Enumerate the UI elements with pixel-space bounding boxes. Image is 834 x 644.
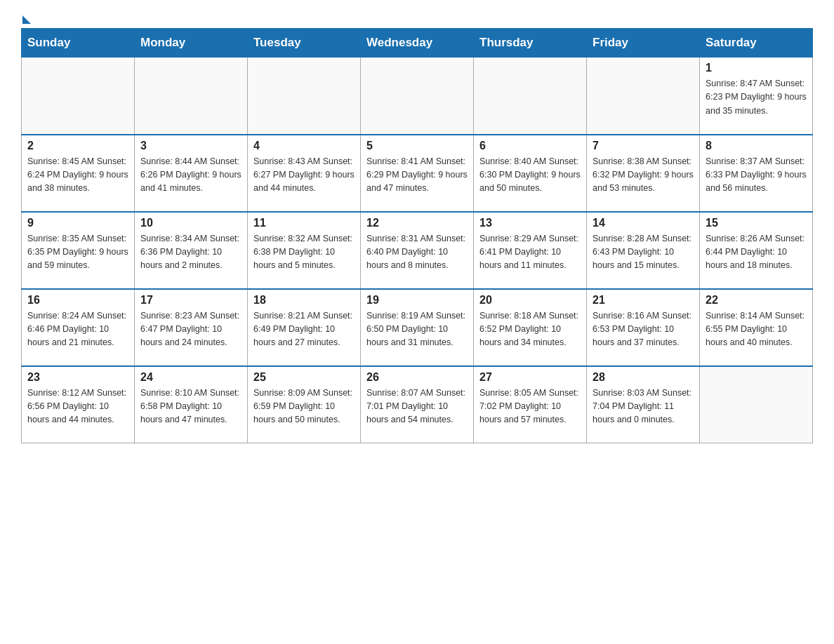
day-number: 25 (253, 371, 355, 384)
day-number: 20 (479, 294, 581, 307)
calendar-week-1: 1Sunrise: 8:47 AM Sunset: 6:23 PM Daylig… (22, 58, 813, 135)
calendar-cell: 4Sunrise: 8:43 AM Sunset: 6:27 PM Daylig… (248, 135, 361, 212)
day-number: 23 (27, 371, 128, 384)
calendar-cell (700, 366, 813, 443)
calendar-cell (361, 58, 474, 135)
calendar-cell (474, 58, 587, 135)
day-number: 8 (706, 140, 807, 152)
day-number: 24 (140, 371, 241, 384)
day-info: Sunrise: 8:29 AM Sunset: 6:41 PM Dayligh… (479, 232, 581, 273)
weekday-header-monday: Monday (135, 29, 248, 58)
day-info: Sunrise: 8:37 AM Sunset: 6:33 PM Dayligh… (706, 155, 807, 196)
day-number: 26 (366, 371, 468, 384)
day-info: Sunrise: 8:23 AM Sunset: 6:47 PM Dayligh… (140, 309, 241, 350)
calendar-cell (587, 58, 700, 135)
calendar-cell: 23Sunrise: 8:12 AM Sunset: 6:56 PM Dayli… (22, 366, 135, 443)
day-number: 5 (366, 140, 468, 152)
day-info: Sunrise: 8:47 AM Sunset: 6:23 PM Dayligh… (706, 77, 807, 118)
calendar-cell: 9Sunrise: 8:35 AM Sunset: 6:35 PM Daylig… (22, 212, 135, 289)
calendar-cell: 28Sunrise: 8:03 AM Sunset: 7:04 PM Dayli… (587, 366, 700, 443)
calendar-cell: 20Sunrise: 8:18 AM Sunset: 6:52 PM Dayli… (474, 289, 587, 366)
calendar-cell: 5Sunrise: 8:41 AM Sunset: 6:29 PM Daylig… (361, 135, 474, 212)
day-info: Sunrise: 8:24 AM Sunset: 6:46 PM Dayligh… (27, 309, 128, 350)
calendar-header-row: SundayMondayTuesdayWednesdayThursdayFrid… (22, 29, 813, 58)
calendar-cell: 21Sunrise: 8:16 AM Sunset: 6:53 PM Dayli… (587, 289, 700, 366)
logo-triangle-icon (22, 15, 31, 24)
calendar-cell: 26Sunrise: 8:07 AM Sunset: 7:01 PM Dayli… (361, 366, 474, 443)
day-number: 15 (706, 217, 807, 229)
calendar-cell: 3Sunrise: 8:44 AM Sunset: 6:26 PM Daylig… (135, 135, 248, 212)
calendar-week-2: 2Sunrise: 8:45 AM Sunset: 6:24 PM Daylig… (22, 135, 813, 212)
weekday-header-saturday: Saturday (700, 29, 813, 58)
day-info: Sunrise: 8:32 AM Sunset: 6:38 PM Dayligh… (253, 232, 355, 273)
day-info: Sunrise: 8:31 AM Sunset: 6:40 PM Dayligh… (366, 232, 468, 273)
day-number: 22 (706, 294, 807, 307)
day-number: 14 (593, 217, 694, 229)
day-number: 4 (253, 140, 355, 152)
day-info: Sunrise: 8:21 AM Sunset: 6:49 PM Dayligh… (253, 309, 355, 350)
day-info: Sunrise: 8:16 AM Sunset: 6:53 PM Dayligh… (593, 309, 694, 350)
day-info: Sunrise: 8:34 AM Sunset: 6:36 PM Dayligh… (140, 232, 241, 273)
calendar-week-5: 23Sunrise: 8:12 AM Sunset: 6:56 PM Dayli… (22, 366, 813, 443)
calendar-cell: 11Sunrise: 8:32 AM Sunset: 6:38 PM Dayli… (248, 212, 361, 289)
calendar-table: SundayMondayTuesdayWednesdayThursdayFrid… (21, 28, 813, 443)
day-number: 1 (706, 62, 807, 74)
day-info: Sunrise: 8:35 AM Sunset: 6:35 PM Dayligh… (27, 232, 128, 273)
day-info: Sunrise: 8:03 AM Sunset: 7:04 PM Dayligh… (593, 387, 694, 427)
calendar-cell: 13Sunrise: 8:29 AM Sunset: 6:41 PM Dayli… (474, 212, 587, 289)
day-info: Sunrise: 8:05 AM Sunset: 7:02 PM Dayligh… (479, 387, 581, 427)
day-info: Sunrise: 8:12 AM Sunset: 6:56 PM Dayligh… (27, 387, 128, 427)
day-info: Sunrise: 8:10 AM Sunset: 6:58 PM Dayligh… (140, 387, 241, 427)
day-number: 19 (366, 294, 468, 307)
calendar-cell: 1Sunrise: 8:47 AM Sunset: 6:23 PM Daylig… (700, 58, 813, 135)
day-number: 9 (27, 217, 128, 229)
page-header (21, 14, 813, 21)
day-number: 10 (140, 217, 241, 229)
day-info: Sunrise: 8:41 AM Sunset: 6:29 PM Dayligh… (366, 155, 468, 196)
calendar-cell: 14Sunrise: 8:28 AM Sunset: 6:43 PM Dayli… (587, 212, 700, 289)
calendar-cell (248, 58, 361, 135)
day-info: Sunrise: 8:07 AM Sunset: 7:01 PM Dayligh… (366, 387, 468, 427)
calendar-cell: 25Sunrise: 8:09 AM Sunset: 6:59 PM Dayli… (248, 366, 361, 443)
calendar-cell (135, 58, 248, 135)
calendar-cell: 10Sunrise: 8:34 AM Sunset: 6:36 PM Dayli… (135, 212, 248, 289)
calendar-cell: 19Sunrise: 8:19 AM Sunset: 6:50 PM Dayli… (361, 289, 474, 366)
day-number: 12 (366, 217, 468, 229)
calendar-cell: 24Sunrise: 8:10 AM Sunset: 6:58 PM Dayli… (135, 366, 248, 443)
day-info: Sunrise: 8:14 AM Sunset: 6:55 PM Dayligh… (706, 309, 807, 350)
day-info: Sunrise: 8:09 AM Sunset: 6:59 PM Dayligh… (253, 387, 355, 427)
day-info: Sunrise: 8:19 AM Sunset: 6:50 PM Dayligh… (366, 309, 468, 350)
weekday-header-wednesday: Wednesday (361, 29, 474, 58)
day-number: 7 (593, 140, 694, 152)
day-info: Sunrise: 8:18 AM Sunset: 6:52 PM Dayligh… (479, 309, 581, 350)
day-info: Sunrise: 8:43 AM Sunset: 6:27 PM Dayligh… (253, 155, 355, 196)
day-info: Sunrise: 8:38 AM Sunset: 6:32 PM Dayligh… (593, 155, 694, 196)
day-number: 13 (479, 217, 581, 229)
calendar-cell: 8Sunrise: 8:37 AM Sunset: 6:33 PM Daylig… (700, 135, 813, 212)
calendar-cell: 27Sunrise: 8:05 AM Sunset: 7:02 PM Dayli… (474, 366, 587, 443)
calendar-cell: 7Sunrise: 8:38 AM Sunset: 6:32 PM Daylig… (587, 135, 700, 212)
day-number: 11 (253, 217, 355, 229)
day-number: 3 (140, 140, 241, 152)
calendar-cell: 16Sunrise: 8:24 AM Sunset: 6:46 PM Dayli… (22, 289, 135, 366)
calendar-cell: 2Sunrise: 8:45 AM Sunset: 6:24 PM Daylig… (22, 135, 135, 212)
calendar-cell (22, 58, 135, 135)
day-info: Sunrise: 8:40 AM Sunset: 6:30 PM Dayligh… (479, 155, 581, 196)
calendar-cell: 18Sunrise: 8:21 AM Sunset: 6:49 PM Dayli… (248, 289, 361, 366)
calendar-cell: 6Sunrise: 8:40 AM Sunset: 6:30 PM Daylig… (474, 135, 587, 212)
day-info: Sunrise: 8:45 AM Sunset: 6:24 PM Dayligh… (27, 155, 128, 196)
weekday-header-sunday: Sunday (22, 29, 135, 58)
weekday-header-friday: Friday (587, 29, 700, 58)
calendar-cell: 12Sunrise: 8:31 AM Sunset: 6:40 PM Dayli… (361, 212, 474, 289)
calendar-cell: 22Sunrise: 8:14 AM Sunset: 6:55 PM Dayli… (700, 289, 813, 366)
logo (21, 14, 31, 21)
day-number: 21 (593, 294, 694, 307)
day-number: 18 (253, 294, 355, 307)
calendar-week-4: 16Sunrise: 8:24 AM Sunset: 6:46 PM Dayli… (22, 289, 813, 366)
day-number: 28 (593, 371, 694, 384)
day-info: Sunrise: 8:28 AM Sunset: 6:43 PM Dayligh… (593, 232, 694, 273)
day-info: Sunrise: 8:26 AM Sunset: 6:44 PM Dayligh… (706, 232, 807, 273)
day-number: 6 (479, 140, 581, 152)
weekday-header-tuesday: Tuesday (248, 29, 361, 58)
day-number: 27 (479, 371, 581, 384)
